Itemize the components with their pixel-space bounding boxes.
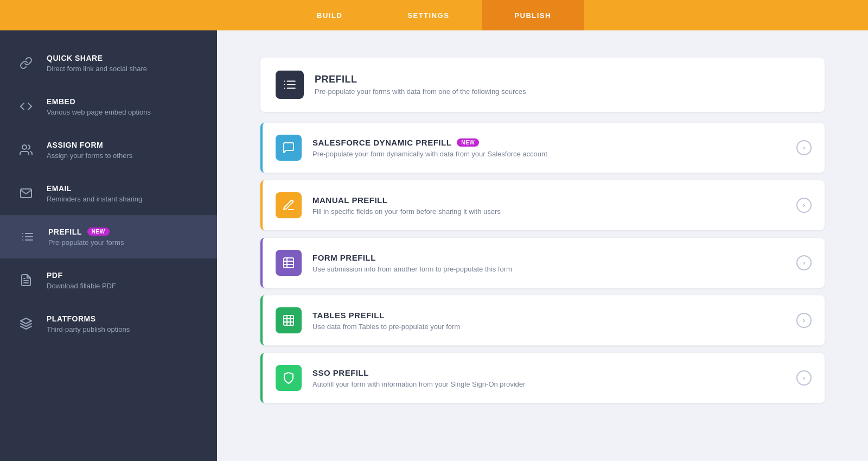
manual-desc: Fill in specific fields on your form bef… bbox=[312, 207, 786, 216]
sidebar: QUICK SHARE Direct form link and social … bbox=[0, 30, 217, 461]
sidebar-desc-assign-form: Assign your forms to others bbox=[47, 151, 201, 160]
tables-text: TABLES PREFILL Use data from Tables to p… bbox=[312, 311, 786, 331]
tab-build[interactable]: BUILD bbox=[284, 0, 375, 30]
form-prefill-title: FORM PREFILL bbox=[312, 253, 786, 262]
sidebar-text-quick-share: QUICK SHARE Direct form link and social … bbox=[47, 54, 201, 73]
sidebar-text-embed: EMBED Various web page embed options bbox=[47, 97, 201, 116]
option-card-salesforce[interactable]: SALESFORCE DYNAMIC PREFILL NEW Pre-popul… bbox=[260, 123, 825, 173]
prefill-sidebar-icon bbox=[18, 227, 37, 247]
prefill-new-badge: NEW bbox=[87, 228, 110, 236]
sidebar-desc-prefill: Pre-populate your forms bbox=[48, 238, 201, 247]
tab-settings[interactable]: SETTINGS bbox=[375, 0, 482, 30]
sidebar-title-prefill: PREFILL NEW bbox=[48, 228, 201, 236]
salesforce-new-badge: NEW bbox=[457, 138, 479, 147]
salesforce-text: SALESFORCE DYNAMIC PREFILL NEW Pre-popul… bbox=[312, 138, 786, 158]
form-prefill-icon bbox=[276, 250, 302, 276]
option-card-sso[interactable]: SSO PREFILL Autofill your form with info… bbox=[260, 353, 825, 403]
sso-text: SSO PREFILL Autofill your form with info… bbox=[312, 368, 786, 388]
svg-marker-9 bbox=[21, 318, 31, 324]
manual-chevron[interactable]: › bbox=[796, 198, 812, 213]
sidebar-text-email: EMAIL Reminders and instant sharing bbox=[47, 184, 201, 203]
sidebar-desc-quick-share: Direct form link and social share bbox=[47, 65, 201, 73]
sidebar-desc-platforms: Third-party publish options bbox=[47, 325, 201, 333]
sidebar-title-assign-form: ASSIGN FORM bbox=[47, 141, 201, 149]
assign-icon bbox=[16, 140, 36, 160]
svg-rect-20 bbox=[284, 315, 293, 325]
tables-desc: Use data from Tables to pre-populate you… bbox=[312, 323, 786, 331]
sidebar-item-quick-share[interactable]: QUICK SHARE Direct form link and social … bbox=[0, 41, 217, 85]
manual-text: MANUAL PREFILL Fill in specific fields o… bbox=[312, 195, 786, 216]
option-card-form-prefill[interactable]: FORM PREFILL Use submission info from an… bbox=[260, 238, 825, 288]
form-prefill-text: FORM PREFILL Use submission info from an… bbox=[312, 253, 786, 273]
main-layout: QUICK SHARE Direct form link and social … bbox=[0, 30, 868, 461]
prefill-main-desc: Pre-populate your forms with data from o… bbox=[315, 87, 526, 96]
form-prefill-chevron[interactable]: › bbox=[796, 255, 812, 270]
sidebar-title-pdf: PDF bbox=[47, 271, 201, 280]
sso-title: SSO PREFILL bbox=[312, 368, 786, 377]
sidebar-desc-email: Reminders and instant sharing bbox=[47, 195, 201, 203]
sidebar-title-platforms: PLATFORMS bbox=[47, 314, 201, 323]
sso-desc: Autofill your form with information from… bbox=[312, 380, 786, 388]
salesforce-desc: Pre-populate your form dynamically with … bbox=[312, 150, 786, 158]
sidebar-item-assign-form[interactable]: ASSIGN FORM Assign your forms to others bbox=[0, 128, 217, 172]
salesforce-icon bbox=[276, 135, 302, 161]
sidebar-desc-embed: Various web page embed options bbox=[47, 108, 201, 116]
sidebar-item-pdf[interactable]: PDF Download fillable PDF bbox=[0, 258, 217, 302]
sidebar-title-quick-share: QUICK SHARE bbox=[47, 54, 201, 62]
top-navigation: BUILD SETTINGS PUBLISH bbox=[0, 0, 868, 30]
sidebar-desc-pdf: Download fillable PDF bbox=[47, 282, 201, 290]
salesforce-chevron[interactable]: › bbox=[796, 140, 812, 155]
prefill-main-title: PREFILL bbox=[315, 74, 526, 85]
sidebar-item-prefill[interactable]: PREFILL NEW Pre-populate your forms bbox=[0, 215, 217, 258]
main-content: PREFILL Pre-populate your forms with dat… bbox=[217, 30, 868, 461]
sso-icon bbox=[276, 365, 302, 391]
tables-icon bbox=[276, 307, 302, 333]
platforms-icon bbox=[16, 314, 36, 333]
sidebar-item-platforms[interactable]: PLATFORMS Third-party publish options bbox=[0, 302, 217, 345]
sidebar-text-assign-form: ASSIGN FORM Assign your forms to others bbox=[47, 141, 201, 160]
tab-publish[interactable]: PUBLISH bbox=[482, 0, 584, 30]
embed-icon bbox=[16, 97, 36, 116]
option-card-manual[interactable]: MANUAL PREFILL Fill in specific fields o… bbox=[260, 180, 825, 230]
sso-chevron[interactable]: › bbox=[796, 370, 812, 386]
pdf-icon bbox=[16, 270, 36, 290]
tables-chevron[interactable]: › bbox=[796, 313, 812, 328]
email-icon bbox=[16, 184, 36, 203]
manual-icon bbox=[276, 192, 302, 218]
manual-title: MANUAL PREFILL bbox=[312, 195, 786, 205]
sidebar-item-email[interactable]: EMAIL Reminders and instant sharing bbox=[0, 172, 217, 215]
sidebar-item-embed[interactable]: EMBED Various web page embed options bbox=[0, 85, 217, 128]
prefill-header-card: PREFILL Pre-populate your forms with dat… bbox=[260, 58, 825, 112]
form-prefill-desc: Use submission info from another form to… bbox=[312, 265, 786, 273]
sidebar-title-embed: EMBED bbox=[47, 97, 201, 106]
salesforce-title: SALESFORCE DYNAMIC PREFILL NEW bbox=[312, 138, 786, 147]
link-icon bbox=[16, 53, 36, 73]
sidebar-title-email: EMAIL bbox=[47, 184, 201, 193]
option-card-tables[interactable]: TABLES PREFILL Use data from Tables to p… bbox=[260, 295, 825, 345]
sidebar-text-platforms: PLATFORMS Third-party publish options bbox=[47, 314, 201, 333]
svg-point-0 bbox=[22, 145, 27, 149]
svg-rect-16 bbox=[284, 258, 293, 268]
tables-title: TABLES PREFILL bbox=[312, 311, 786, 320]
prefill-header-text: PREFILL Pre-populate your forms with dat… bbox=[315, 74, 526, 96]
prefill-header-icon bbox=[276, 71, 304, 99]
sidebar-text-prefill: PREFILL NEW Pre-populate your forms bbox=[48, 228, 201, 247]
sidebar-text-pdf: PDF Download fillable PDF bbox=[47, 271, 201, 290]
